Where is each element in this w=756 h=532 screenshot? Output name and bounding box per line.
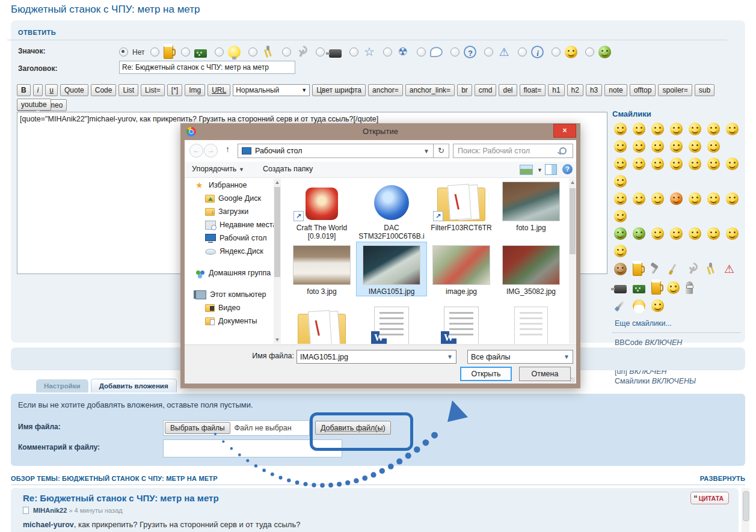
- bbcode-button[interactable]: i: [33, 84, 43, 96]
- files-scrollbar[interactable]: [569, 179, 576, 344]
- topic-icon[interactable]: [262, 46, 274, 58]
- bbcode-button[interactable]: Code: [91, 84, 117, 96]
- smiley[interactable]: [689, 123, 701, 135]
- smiley[interactable]: [614, 192, 627, 205]
- sidebar-item[interactable]: Недавние места: [185, 218, 274, 231]
- bbcode-button[interactable]: Quote: [60, 84, 88, 96]
- icon-radio[interactable]: [316, 47, 325, 57]
- smiley[interactable]: [633, 299, 645, 312]
- smiley[interactable]: [689, 157, 701, 170]
- smiley[interactable]: [633, 192, 645, 205]
- smiley[interactable]: [651, 157, 664, 170]
- topic-icon[interactable]: [164, 45, 173, 59]
- smiley[interactable]: [633, 157, 645, 170]
- smiley[interactable]: [614, 263, 627, 275]
- bbcode-button[interactable]: h1: [548, 84, 564, 96]
- icon-radio[interactable]: [349, 47, 358, 57]
- open-button[interactable]: Открыть: [460, 367, 512, 381]
- post-author[interactable]: MIHAnik22: [33, 507, 67, 514]
- bbcode-button[interactable]: Цвет шрифта: [312, 84, 366, 96]
- bbcode-button[interactable]: h3: [586, 84, 602, 96]
- smiley[interactable]: [707, 140, 720, 153]
- topic-icon[interactable]: [565, 46, 577, 58]
- smiley[interactable]: [689, 227, 701, 240]
- smiley[interactable]: [651, 123, 664, 135]
- smiley[interactable]: [726, 192, 739, 205]
- sidebar-item[interactable]: Документы: [185, 314, 274, 328]
- sidebar-item[interactable]: Загрузки: [185, 205, 274, 218]
- sidebar-item[interactable]: Рабочий стол: [185, 231, 274, 245]
- smiley[interactable]: [648, 263, 661, 275]
- sidebar-item[interactable]: Этот компьютер: [185, 288, 274, 301]
- smiley[interactable]: [667, 263, 680, 275]
- scrollbar-thumb[interactable]: [743, 491, 749, 521]
- smiley[interactable]: [726, 157, 739, 170]
- smiley[interactable]: [651, 192, 664, 205]
- file-tile[interactable]: ↗: [496, 305, 566, 344]
- scrollbar-thumb[interactable]: [570, 188, 576, 254]
- file-tile[interactable]: ↗: [357, 305, 426, 344]
- close-button[interactable]: ×: [553, 124, 576, 138]
- topic-icon[interactable]: [497, 46, 510, 58]
- smiley[interactable]: [633, 262, 642, 276]
- organize-menu[interactable]: Упорядочить ▼: [192, 165, 244, 173]
- smiley[interactable]: [707, 227, 720, 240]
- sidebar-scrollbar[interactable]: [274, 179, 281, 344]
- tab-add-attachments[interactable]: Добавить вложения: [91, 379, 177, 393]
- icon-radio[interactable]: [450, 47, 459, 57]
- file-tile[interactable]: ↗ image.jpg: [426, 242, 496, 296]
- smiley[interactable]: [726, 227, 739, 240]
- smiley[interactable]: [704, 263, 717, 275]
- smiley[interactable]: [614, 299, 627, 312]
- file-tile[interactable]: ↗ Craft The World [0.9.019]: [287, 179, 357, 249]
- topic-icon[interactable]: [363, 46, 375, 58]
- bbcode-button[interactable]: anchor=: [368, 84, 403, 96]
- smiley[interactable]: [670, 227, 683, 240]
- topic-icon[interactable]: [531, 46, 544, 58]
- file-tile[interactable]: ↗: [287, 305, 357, 344]
- smiley[interactable]: [614, 175, 627, 188]
- quote-button[interactable]: “ЦИТАТА: [690, 492, 729, 504]
- subject-input[interactable]: [119, 61, 295, 74]
- filetype-select[interactable]: Все файлы ▼: [467, 350, 573, 364]
- smiley[interactable]: [667, 281, 680, 294]
- bbcode-button[interactable]: List: [118, 84, 138, 96]
- font-size-select[interactable]: Нормальный ▼: [233, 84, 310, 96]
- breadcrumb[interactable]: Рабочий стол ▼ ↻: [238, 144, 449, 158]
- new-folder-button[interactable]: Создать папку: [263, 165, 313, 173]
- chevron-down-icon[interactable]: ▼: [537, 167, 542, 173]
- file-tile[interactable]: ↗ IMG_35082.jpg: [496, 242, 566, 296]
- file-tile[interactable]: ↗: [426, 305, 496, 344]
- bbcode-button[interactable]: cmd: [475, 84, 497, 96]
- icon-radio[interactable]: [282, 47, 291, 57]
- bbcode-button[interactable]: h2: [567, 84, 583, 96]
- smiley[interactable]: [670, 192, 683, 205]
- resize-grip[interactable]: [570, 378, 575, 382]
- post-reply-link[interactable]: ОТВЕТИТЬ: [18, 29, 56, 36]
- cancel-button[interactable]: Отмена: [519, 367, 571, 381]
- bbcode-button[interactable]: spoiler=: [658, 84, 692, 96]
- icon-radio[interactable]: [383, 47, 392, 57]
- bbcode-button[interactable]: offtop: [630, 84, 656, 96]
- bbcode-button[interactable]: note: [604, 84, 627, 96]
- dialog-titlebar[interactable]: Открытие ×: [180, 123, 580, 140]
- smiley[interactable]: [614, 123, 627, 135]
- mention-link[interactable]: michael-yurov: [23, 521, 74, 529]
- bbcode-button[interactable]: u: [45, 84, 58, 96]
- smiley[interactable]: [723, 263, 736, 275]
- sidebar-item[interactable]: [185, 258, 274, 266]
- icon-radio[interactable]: [585, 47, 594, 57]
- smiley[interactable]: [633, 227, 645, 240]
- bbcode-button[interactable]: B: [17, 84, 31, 96]
- sidebar-item[interactable]: Домашняя группа: [185, 266, 274, 280]
- preview-pane-icon[interactable]: [545, 164, 557, 175]
- more-smilies-link[interactable]: Еще смайлики...: [615, 319, 746, 328]
- bbcode-button[interactable]: br: [457, 84, 472, 96]
- scroll-up-icon[interactable]: [275, 181, 279, 184]
- file-input[interactable]: Выбрать файлы Файл не выбран: [163, 420, 310, 436]
- smiley[interactable]: [651, 281, 661, 295]
- sidebar-item[interactable]: Видео: [185, 301, 274, 314]
- smiley[interactable]: [707, 192, 720, 205]
- smiley[interactable]: [686, 281, 693, 294]
- smiley[interactable]: [651, 140, 664, 153]
